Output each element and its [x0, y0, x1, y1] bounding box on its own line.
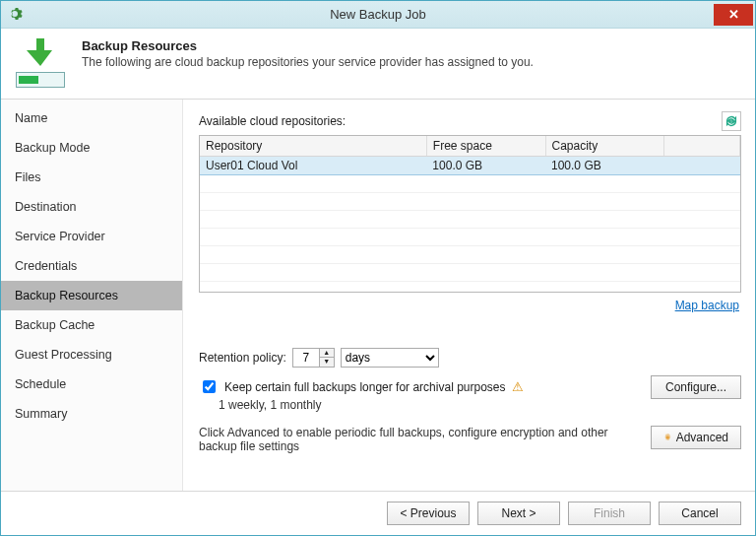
- spinner-up[interactable]: ▲: [320, 349, 334, 358]
- spinner-down[interactable]: ▼: [320, 358, 334, 367]
- step-backup-resources[interactable]: Backup Resources: [1, 281, 182, 310]
- retention-value-spinner[interactable]: ▲ ▼: [292, 348, 335, 368]
- step-destination[interactable]: Destination: [1, 192, 182, 222]
- close-button[interactable]: ✕: [714, 4, 753, 26]
- close-icon: ✕: [728, 7, 739, 22]
- table-row[interactable]: [200, 175, 740, 193]
- table-row[interactable]: [200, 246, 740, 264]
- step-backup-mode[interactable]: Backup Mode: [1, 133, 182, 163]
- warning-icon: ⚠: [512, 379, 524, 394]
- cell-free-space: 100.0 GB: [426, 157, 545, 175]
- main-panel: Available cloud repositories: Repository…: [183, 100, 755, 491]
- previous-button[interactable]: < Previous: [387, 502, 470, 525]
- title-bar: New Backup Job ✕: [1, 1, 755, 29]
- table-row[interactable]: [200, 193, 740, 211]
- refresh-icon: [724, 114, 738, 128]
- gear-icon: [663, 431, 672, 444]
- wizard-steps-sidebar: Name Backup Mode Files Destination Servi…: [1, 100, 183, 491]
- keep-fulls-checkbox[interactable]: [203, 380, 216, 393]
- page-subtitle: The following are cloud backup repositor…: [82, 55, 743, 69]
- wizard-header: Backup Resources The following are cloud…: [1, 29, 755, 100]
- disk-icon: [16, 72, 65, 88]
- page-title: Backup Resources: [82, 38, 743, 53]
- step-files[interactable]: Files: [1, 163, 182, 192]
- step-name[interactable]: Name: [1, 103, 182, 133]
- window-title: New Backup Job: [1, 7, 755, 22]
- cell-repository: User01 Cloud Vol: [200, 157, 426, 175]
- table-header-row: Repository Free space Capacity: [200, 136, 740, 157]
- table-row[interactable]: User01 Cloud Vol 100.0 GB 100.0 GB: [200, 157, 740, 175]
- arrow-down-icon: [23, 38, 58, 66]
- cancel-button[interactable]: Cancel: [659, 502, 741, 525]
- step-guest-processing[interactable]: Guest Processing: [1, 340, 182, 369]
- table-row[interactable]: [200, 229, 740, 246]
- step-backup-cache[interactable]: Backup Cache: [1, 310, 182, 340]
- map-backup-link[interactable]: Map backup: [675, 299, 739, 312]
- col-repository[interactable]: Repository: [200, 136, 426, 157]
- wizard-footer: < Previous Next > Finish Cancel: [1, 491, 755, 535]
- next-button[interactable]: Next >: [477, 502, 560, 525]
- dialog-window: New Backup Job ✕ Backup Resources The fo…: [0, 0, 756, 536]
- repositories-table[interactable]: Repository Free space Capacity User01 Cl…: [199, 135, 741, 293]
- retention-value-input[interactable]: [293, 349, 319, 367]
- step-service-provider[interactable]: Service Provider: [1, 222, 182, 251]
- finish-button: Finish: [568, 502, 651, 525]
- step-credentials[interactable]: Credentials: [1, 251, 182, 281]
- step-schedule[interactable]: Schedule: [1, 369, 182, 399]
- keep-fulls-label: Keep certain full backups longer for arc…: [224, 380, 506, 394]
- col-free-space[interactable]: Free space: [426, 136, 545, 157]
- col-empty: [664, 136, 740, 157]
- refresh-button[interactable]: [722, 111, 741, 131]
- cell-capacity: 100.0 GB: [545, 157, 664, 175]
- configure-button[interactable]: Configure...: [651, 375, 741, 399]
- keep-fulls-summary: 1 weekly, 1 monthly: [219, 398, 641, 412]
- retention-label: Retention policy:: [199, 351, 286, 365]
- step-summary[interactable]: Summary: [1, 399, 182, 429]
- gear-icon: [7, 5, 27, 25]
- repos-label: Available cloud repositories:: [199, 114, 722, 128]
- retention-unit-select[interactable]: days: [341, 348, 439, 368]
- advanced-button[interactable]: Advanced: [651, 426, 741, 449]
- col-capacity[interactable]: Capacity: [545, 136, 664, 157]
- table-row[interactable]: [200, 264, 740, 282]
- wizard-icon: [13, 36, 68, 88]
- advanced-hint: Click Advanced to enable periodic full b…: [199, 426, 641, 453]
- table-row[interactable]: [200, 211, 740, 229]
